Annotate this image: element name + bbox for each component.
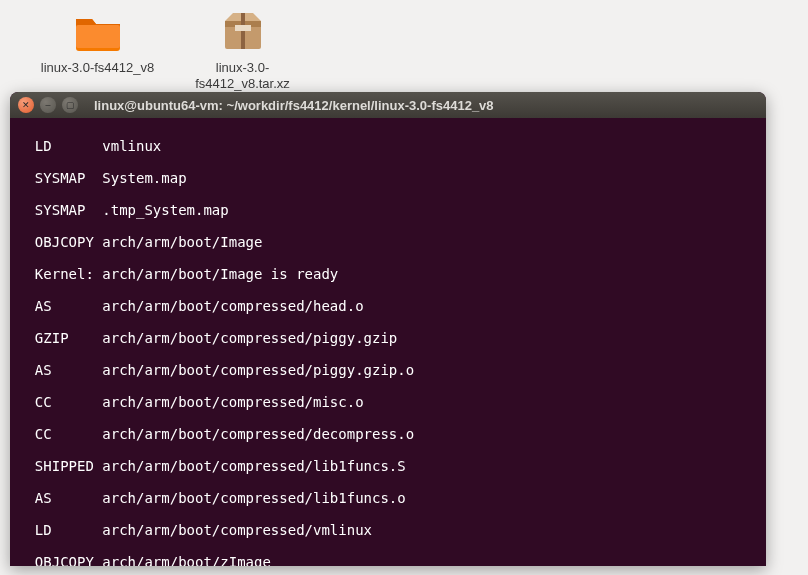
svg-rect-0 [76, 25, 120, 48]
build-line: AS arch/arm/boot/compressed/piggy.gzip.o [12, 362, 764, 378]
terminal-titlebar[interactable]: ✕ – ▢ linux@ubuntu64-vm: ~/workdir/fs441… [10, 92, 766, 118]
build-line: LD arch/arm/boot/compressed/vmlinux [12, 522, 764, 538]
folder-icon [30, 6, 165, 56]
minimize-icon[interactable]: – [40, 97, 56, 113]
build-line: Kernel: arch/arm/boot/Image is ready [12, 266, 764, 282]
window-title: linux@ubuntu64-vm: ~/workdir/fs4412/kern… [94, 98, 494, 113]
build-line: SHIPPED arch/arm/boot/compressed/lib1fun… [12, 458, 764, 474]
build-line: CC arch/arm/boot/compressed/decompress.o [12, 426, 764, 442]
build-line: OBJCOPY arch/arm/boot/Image [12, 234, 764, 250]
build-line: SYSMAP .tmp_System.map [12, 202, 764, 218]
terminal-body[interactable]: LD vmlinux SYSMAP System.map SYSMAP .tmp… [10, 118, 766, 566]
folder-label: linux-3.0-fs4412_v8 [30, 60, 165, 76]
archive-label: linux-3.0-fs4412_v8.tar.xz [175, 60, 310, 91]
build-line: AS arch/arm/boot/compressed/lib1funcs.o [12, 490, 764, 506]
maximize-icon[interactable]: ▢ [62, 97, 78, 113]
build-line: CC arch/arm/boot/compressed/misc.o [12, 394, 764, 410]
build-line: LD vmlinux [12, 138, 764, 154]
package-icon [175, 6, 310, 56]
svg-rect-4 [235, 25, 251, 31]
build-line: OBJCOPY arch/arm/boot/zImage [12, 554, 764, 566]
folder-icon-linux-kernel[interactable]: linux-3.0-fs4412_v8 [30, 6, 165, 76]
build-line: GZIP arch/arm/boot/compressed/piggy.gzip [12, 330, 764, 346]
terminal-window: ✕ – ▢ linux@ubuntu64-vm: ~/workdir/fs441… [10, 92, 766, 566]
close-icon[interactable]: ✕ [18, 97, 34, 113]
archive-icon-linux-kernel[interactable]: linux-3.0-fs4412_v8.tar.xz [175, 6, 310, 91]
build-line: AS arch/arm/boot/compressed/head.o [12, 298, 764, 314]
build-line: SYSMAP System.map [12, 170, 764, 186]
